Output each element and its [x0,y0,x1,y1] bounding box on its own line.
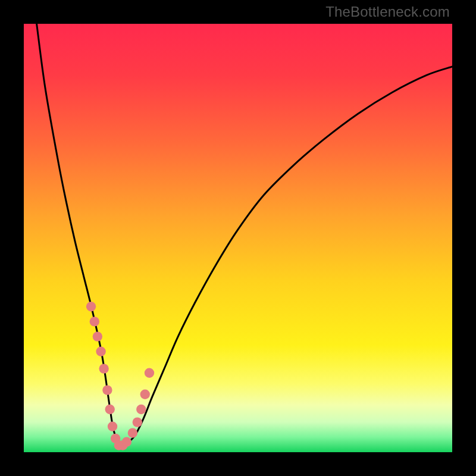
marker-dot [128,428,137,437]
marker-dot [93,331,102,341]
marker-dot [136,405,146,414]
marker-dot [99,364,108,373]
watermark-text: TheBottleneck.com [325,4,450,20]
outer-frame: TheBottleneck.com [0,0,476,476]
marker-dot [133,417,142,427]
marker-dot [108,422,117,431]
marker-dot [86,302,96,311]
marker-dot [96,347,105,356]
marker-dot [140,390,150,399]
marker-dot [145,368,154,378]
marker-dot [122,437,131,447]
marker-dot [102,385,112,394]
marker-dot [105,405,115,414]
bottleneck-curve [37,24,452,447]
chart-svg [24,24,452,452]
marker-dot [90,317,99,326]
plot-area [24,24,452,452]
marker-group [86,302,154,450]
